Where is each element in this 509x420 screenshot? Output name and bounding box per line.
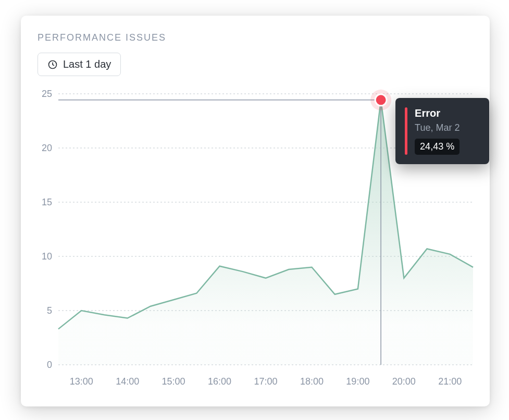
tooltip-value: 24,43 % xyxy=(415,139,460,155)
svg-text:10: 10 xyxy=(42,251,52,262)
tooltip-date: Tue, Mar 2 xyxy=(415,122,460,133)
performance-card: PERFORMANCE ISSUES Last 1 day 0510152025… xyxy=(21,16,490,406)
svg-text:20: 20 xyxy=(42,143,52,153)
card-header: PERFORMANCE ISSUES Last 1 day xyxy=(21,32,490,76)
chart-area[interactable]: 051015202513:0014:0015:0016:0017:0018:00… xyxy=(21,89,490,391)
svg-text:19:00: 19:00 xyxy=(346,376,369,387)
chart-tooltip: Error Tue, Mar 2 24,43 % xyxy=(395,98,489,164)
svg-text:15: 15 xyxy=(42,197,52,207)
tooltip-body: Error Tue, Mar 2 24,43 % xyxy=(415,107,460,155)
svg-text:15:00: 15:00 xyxy=(162,376,185,387)
svg-text:18:00: 18:00 xyxy=(300,376,324,387)
svg-point-25 xyxy=(375,94,387,106)
svg-text:21:00: 21:00 xyxy=(438,376,462,387)
card-title: PERFORMANCE ISSUES xyxy=(38,32,473,43)
svg-text:25: 25 xyxy=(42,89,52,99)
svg-text:14:00: 14:00 xyxy=(116,376,139,387)
svg-text:0: 0 xyxy=(47,360,52,370)
svg-text:17:00: 17:00 xyxy=(254,376,277,387)
svg-text:13:00: 13:00 xyxy=(70,376,93,387)
tooltip-accent-bar xyxy=(405,107,407,155)
svg-text:20:00: 20:00 xyxy=(392,376,416,387)
time-range-label: Last 1 day xyxy=(63,58,111,70)
tooltip-title: Error xyxy=(415,107,460,119)
clock-icon xyxy=(47,59,58,70)
svg-text:16:00: 16:00 xyxy=(208,376,231,387)
svg-text:5: 5 xyxy=(47,305,52,316)
time-range-selector[interactable]: Last 1 day xyxy=(38,53,121,76)
